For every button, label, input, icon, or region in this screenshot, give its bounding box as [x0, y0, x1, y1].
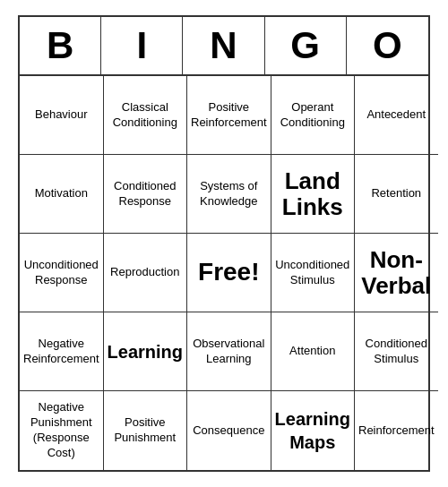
bingo-grid: BehaviourClassical ConditioningPositive …: [20, 76, 428, 470]
bingo-cell-2: Positive Reinforcement: [187, 76, 271, 155]
bingo-cell-10: Unconditioned Response: [20, 234, 104, 312]
bingo-cell-24: Reinforcement: [355, 391, 438, 470]
bingo-cell-13: Unconditioned Stimulus: [271, 234, 355, 312]
bingo-cell-23: Learning Maps: [271, 391, 355, 470]
bingo-cell-15: Negative Reinforcement: [20, 312, 104, 391]
bingo-cell-6: Conditioned Response: [104, 155, 187, 234]
bingo-cell-19: Conditioned Stimulus: [355, 312, 438, 391]
bingo-cell-7: Systems of Knowledge: [187, 155, 271, 234]
bingo-header: BINGO: [20, 17, 428, 76]
bingo-cell-5: Motivation: [20, 155, 104, 234]
bingo-cell-17: Observational Learning: [187, 312, 271, 391]
bingo-cell-16: Learning: [104, 312, 187, 391]
bingo-cell-3: Operant Conditioning: [271, 76, 355, 155]
bingo-cell-4: Antecedent: [355, 76, 438, 155]
bingo-cell-9: Retention: [355, 155, 438, 234]
bingo-cell-20: Negative Punishment (Response Cost): [20, 391, 104, 470]
bingo-cell-21: Positive Punishment: [104, 391, 187, 470]
bingo-letter-i: I: [101, 17, 183, 74]
bingo-cell-18: Attention: [271, 312, 355, 391]
bingo-cell-1: Classical Conditioning: [104, 76, 187, 155]
bingo-cell-14: Non-Verbal: [355, 234, 438, 312]
bingo-letter-n: N: [183, 17, 264, 74]
bingo-cell-0: Behaviour: [20, 76, 104, 155]
bingo-cell-8: Land Links: [271, 155, 355, 234]
bingo-cell-12: Free!: [187, 234, 271, 312]
bingo-cell-11: Reproduction: [104, 234, 187, 312]
bingo-letter-o: O: [347, 17, 428, 74]
bingo-letter-g: G: [265, 17, 347, 74]
bingo-letter-b: B: [20, 17, 101, 74]
bingo-cell-22: Consequence: [187, 391, 271, 470]
bingo-card: BINGO BehaviourClassical ConditioningPos…: [18, 15, 430, 472]
